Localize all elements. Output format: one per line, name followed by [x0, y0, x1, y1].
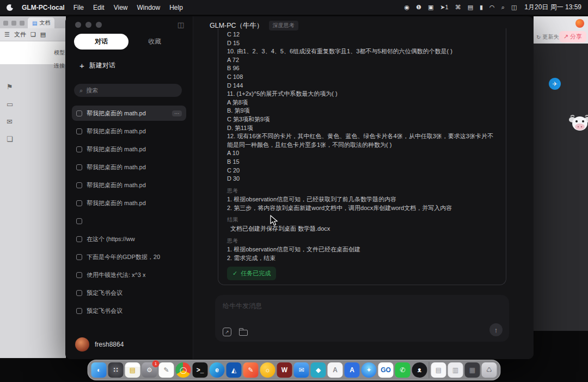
dock-safari[interactable]: ✦: [362, 362, 377, 378]
control-center-icon[interactable]: ◫: [511, 4, 517, 11]
shortcut-icon[interactable]: ⌘: [455, 4, 461, 11]
dock-launchpad[interactable]: ∷: [108, 362, 124, 378]
tab-document[interactable]: ▤ 文档: [28, 17, 54, 28]
window-tool-icon[interactable]: [20, 21, 24, 26]
share-button[interactable]: ↗ 分享: [559, 31, 586, 42]
chat-line: 思考: [227, 237, 497, 245]
dock-doc-thumb-2[interactable]: ▥: [448, 362, 463, 378]
dock-cat-app[interactable]: ᴥ: [412, 362, 427, 378]
hamburger-icon[interactable]: ☰: [4, 31, 10, 38]
folder-icon[interactable]: [239, 330, 248, 336]
window-tool-icon[interactable]: [3, 21, 8, 26]
status-dot-icon[interactable]: ◉: [404, 4, 409, 11]
menu-app-name[interactable]: GLM-PC-local: [22, 4, 65, 11]
conversation-item[interactable]: ⋯: [72, 213, 186, 229]
screenshot-icon[interactable]: ↗: [223, 328, 231, 336]
dock-teal-app[interactable]: ◆: [311, 362, 326, 378]
window-tool-icon[interactable]: [11, 21, 16, 26]
new-chat-button[interactable]: + 新建对话: [79, 61, 115, 70]
conversation-item[interactable]: 帮我把桌面的 math.pd ⋯: [72, 159, 186, 175]
copy-icon[interactable]: ❏: [7, 135, 13, 143]
dock-a-light-app[interactable]: A: [328, 362, 343, 378]
chat-icon: [76, 146, 82, 152]
dock-yellow-app[interactable]: ☼: [260, 362, 275, 378]
dock-go-app[interactable]: GO: [378, 362, 394, 378]
refresh-icon: ↻: [536, 34, 541, 40]
bookmark-icon[interactable]: ⚑: [7, 83, 13, 91]
check-icon: ✓: [232, 270, 237, 277]
conversation-item[interactable]: 预定飞书会议 ⋯: [72, 303, 186, 318]
folder-open-icon[interactable]: ❏: [30, 31, 36, 38]
dock-chrome[interactable]: ◯: [176, 362, 191, 378]
document-icon: ▤: [32, 20, 37, 26]
more-icon[interactable]: ⋯: [172, 110, 182, 116]
menu-item[interactable]: Help: [169, 4, 183, 11]
panel-label[interactable]: 连接: [54, 62, 65, 70]
dock-textedit[interactable]: ✎: [159, 362, 174, 378]
tab-dialogues[interactable]: 对话: [74, 34, 128, 50]
menu-item[interactable]: Edit: [93, 4, 105, 11]
upload-one-icon[interactable]: ➤1: [440, 4, 448, 11]
dock-settings[interactable]: ⚙ 1: [142, 362, 157, 378]
search-input[interactable]: ⌕ 搜索: [74, 84, 182, 97]
conversation-item[interactable]: 帮我把桌面的 math.pd ⋯: [72, 124, 186, 139]
dock-wechat[interactable]: ✆: [395, 362, 411, 378]
file-menu-label[interactable]: 文件: [14, 30, 26, 39]
screen-share-icon[interactable]: ▤: [468, 4, 473, 11]
send-button[interactable]: ↑: [489, 323, 503, 336]
dock-doc-thumb-1[interactable]: ▤: [431, 362, 446, 378]
dock-terminal[interactable]: >_: [193, 362, 208, 378]
spotlight-icon[interactable]: ⌕: [501, 4, 505, 11]
chat-line: 2. 第三步，将内容放到桌面新建word文档中，调用docx库创建word文档，…: [227, 204, 497, 213]
dock-sail-app[interactable]: ◭: [226, 362, 242, 378]
composer[interactable]: 给牛牛发消息 ↗ ↑: [215, 295, 509, 342]
wifi-icon[interactable]: ◠: [489, 4, 495, 11]
conversation-item[interactable]: 使用牛顿迭代法: x^3 x ⋯: [72, 267, 186, 282]
panel-label[interactable]: 模型: [54, 49, 65, 57]
dock-edge[interactable]: e: [210, 362, 225, 378]
conversation-item[interactable]: 帮我把桌面的 math.pd ⋯: [72, 195, 186, 211]
conversation-item[interactable]: 预定飞书会议 ⋯: [72, 285, 186, 300]
profile-avatar[interactable]: [575, 19, 584, 28]
composer-tools: ↗: [223, 328, 248, 336]
tab-document-label: 文档: [39, 19, 50, 27]
chat-line: C 108: [227, 73, 497, 82]
sidebar-collapse-icon[interactable]: ◫: [177, 21, 184, 29]
menu-item[interactable]: View: [114, 4, 128, 11]
chat-line: C 12: [227, 30, 497, 39]
minimize-button[interactable]: [85, 22, 91, 28]
niuniu-mascot-sticker[interactable]: [568, 114, 588, 133]
dock-word[interactable]: W: [277, 362, 292, 378]
apple-menu-icon[interactable]: [7, 4, 13, 11]
battery-icon[interactable]: ▮: [480, 4, 483, 11]
task-complete-label: 任务已完成: [241, 269, 271, 278]
conversation-item[interactable]: 下面是今年的GDP数据，20 ⋯: [72, 249, 186, 264]
comment-icon[interactable]: ✉: [7, 118, 13, 126]
dock-notes[interactable]: ▤: [125, 362, 140, 378]
display-icon[interactable]: ▣: [428, 4, 433, 11]
panel-icon[interactable]: ▭: [7, 100, 13, 108]
user-profile[interactable]: fresh8864: [75, 337, 124, 352]
dock-trash[interactable]: ♺: [482, 362, 497, 378]
messenger-icon[interactable]: ✈: [549, 78, 561, 90]
conversation-item[interactable]: 在这个 (https://ww ⋯: [72, 231, 186, 247]
chat-icon: [76, 110, 82, 116]
conversation-item[interactable]: 帮我把桌面的 math.pd ⋯: [72, 141, 186, 157]
dock-pencil-app[interactable]: ✎: [243, 362, 259, 378]
conversation-item[interactable]: 帮我把桌面的 math.pd ⋯: [72, 106, 186, 121]
dock-window-thumb[interactable]: ▦: [465, 362, 480, 378]
conversation-item[interactable]: 帮我把桌面的 math.pd ⋯: [72, 177, 186, 193]
menu-item[interactable]: File: [74, 4, 84, 11]
dock-a-blue-app[interactable]: A: [345, 362, 360, 378]
zoom-button[interactable]: [96, 22, 102, 28]
menu-clock[interactable]: 1月20日 周一 13:59: [524, 3, 581, 12]
badge-one-icon[interactable]: ❶: [416, 4, 421, 11]
dock: ◐ ∷ ▤ ⚙ 1 ✎ ◯ >_ e: [88, 360, 501, 380]
print-icon[interactable]: ▤: [40, 31, 46, 38]
dock-finder[interactable]: ◐: [91, 362, 107, 378]
menu-item[interactable]: Window: [137, 4, 161, 11]
menu-items: FileEditViewWindowHelp: [74, 4, 183, 11]
tab-favorites[interactable]: 收藏: [148, 34, 161, 50]
dock-mail[interactable]: ✉: [294, 362, 309, 378]
close-button[interactable]: [75, 22, 81, 28]
